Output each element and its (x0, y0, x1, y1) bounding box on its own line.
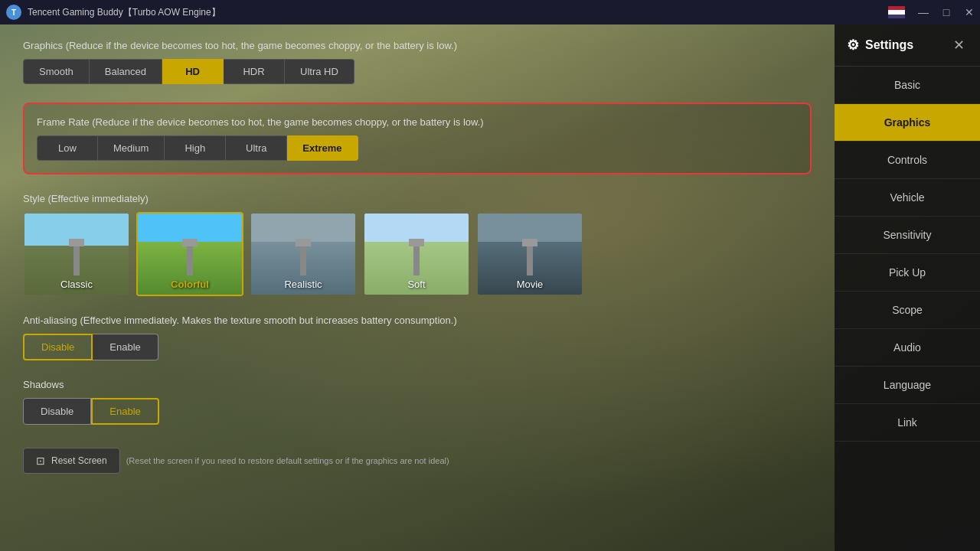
antialiasing-enable-button[interactable]: Enable (93, 334, 158, 360)
style-section: Style (Effective immediately) Classic Co… (23, 193, 812, 296)
quality-hd-button[interactable]: HD (162, 59, 224, 84)
sidebar-header: ⚙ Settings ✕ (835, 24, 980, 67)
sidebar-title: Settings (865, 38, 913, 52)
framerate-ultra-button[interactable]: Ultra (226, 135, 287, 161)
shadows-disable-button[interactable]: Disable (23, 398, 91, 425)
main-settings-area: Graphics (Reduce if the device becomes t… (0, 24, 835, 551)
style-soft[interactable]: Soft (363, 212, 470, 296)
style-movie[interactable]: Movie (476, 212, 583, 296)
shadows-section: Shadows Disable Enable (23, 379, 812, 425)
reset-section: ⊡ Reset Screen (Reset the screen if you … (23, 448, 812, 474)
reset-screen-button[interactable]: ⊡ Reset Screen (23, 448, 120, 474)
sidebar-item-pickup[interactable]: Pick Up (835, 254, 980, 292)
titlebar: T Tencent Gaming Buddy【Turbo AOW Engine】… (0, 0, 980, 24)
style-options: Classic Colorful Realistic Soft (23, 212, 812, 296)
minimize-button[interactable]: — (913, 2, 934, 23)
quality-hdr-button[interactable]: HDR (224, 59, 285, 84)
quality-smooth-button[interactable]: Smooth (23, 59, 90, 84)
style-movie-label: Movie (478, 279, 582, 290)
titlebar-controls: — □ ✕ (888, 2, 980, 23)
thumb-tower-colorful (187, 245, 193, 276)
shadows-enable-button[interactable]: Enable (91, 398, 158, 425)
shadows-label: Shadows (23, 379, 812, 390)
sidebar-header-left: ⚙ Settings (847, 37, 913, 54)
style-classic-label: Classic (24, 279, 129, 290)
graphics-quality-options: Smooth Balanced HD HDR Ultra HD (23, 59, 812, 84)
reset-btn-label: Reset Screen (51, 455, 107, 466)
framerate-low-button[interactable]: Low (37, 135, 98, 161)
sidebar-item-sensitivity[interactable]: Sensitivity (835, 217, 980, 254)
thumb-tower-classic (74, 245, 80, 276)
framerate-medium-button[interactable]: Medium (98, 135, 165, 161)
antialiasing-label: Anti-aliasing (Effective immediately. Ma… (23, 315, 812, 326)
thumb-tower-movie (527, 245, 533, 276)
antialiasing-options: Disable Enable (23, 334, 812, 360)
sidebar-item-basic[interactable]: Basic (835, 67, 980, 104)
sidebar-item-controls[interactable]: Controls (835, 142, 980, 179)
sidebar-item-language[interactable]: Language (835, 367, 980, 404)
framerate-high-button[interactable]: High (165, 135, 226, 161)
sidebar-item-vehicle[interactable]: Vehicle (835, 179, 980, 217)
antialiasing-section: Anti-aliasing (Effective immediately. Ma… (23, 315, 812, 360)
maximize-button[interactable]: □ (936, 2, 957, 23)
graphics-quality-label: Graphics (Reduce if the device becomes t… (23, 40, 812, 51)
close-button[interactable]: ✕ (959, 2, 980, 23)
style-realistic-label: Realistic (251, 279, 355, 290)
settings-sidebar: ⚙ Settings ✕ Basic Graphics Controls Veh… (835, 24, 980, 551)
style-colorful-label: Colorful (138, 279, 242, 290)
style-colorful[interactable]: Colorful (136, 212, 243, 296)
sidebar-item-audio[interactable]: Audio (835, 329, 980, 367)
shadows-options: Disable Enable (23, 398, 812, 425)
framerate-label: Frame Rate (Reduce if the device becomes… (37, 116, 798, 128)
gear-icon: ⚙ (847, 37, 859, 54)
thumb-tower-realistic (300, 245, 306, 276)
sidebar-nav: Basic Graphics Controls Vehicle Sensitiv… (835, 67, 980, 551)
titlebar-title: Tencent Gaming Buddy【Turbo AOW Engine】 (28, 6, 888, 19)
reset-icon: ⊡ (36, 455, 45, 467)
framerate-extreme-button[interactable]: Extreme (287, 135, 358, 161)
sidebar-item-scope[interactable]: Scope (835, 292, 980, 329)
sidebar-item-graphics[interactable]: Graphics (835, 104, 980, 142)
style-label: Style (Effective immediately) (23, 193, 812, 204)
quality-balanced-button[interactable]: Balanced (90, 59, 162, 84)
style-classic[interactable]: Classic (23, 212, 130, 296)
thumb-tower-soft (413, 245, 420, 276)
flag-icon (888, 6, 905, 18)
sidebar-item-link[interactable]: Link (835, 404, 980, 442)
style-soft-label: Soft (364, 279, 469, 290)
reset-hint: (Reset the screen if you need to restore… (126, 456, 449, 465)
antialiasing-disable-button[interactable]: Disable (23, 334, 93, 360)
style-realistic[interactable]: Realistic (250, 212, 357, 296)
quality-ultrahd-button[interactable]: Ultra HD (285, 59, 354, 84)
sidebar-close-button[interactable]: ✕ (950, 35, 968, 55)
framerate-options: Low Medium High Ultra Extreme (37, 135, 798, 161)
graphics-quality-section: Graphics (Reduce if the device becomes t… (23, 40, 812, 84)
app-icon: T (6, 5, 21, 20)
framerate-section: Frame Rate (Reduce if the device becomes… (23, 103, 812, 174)
